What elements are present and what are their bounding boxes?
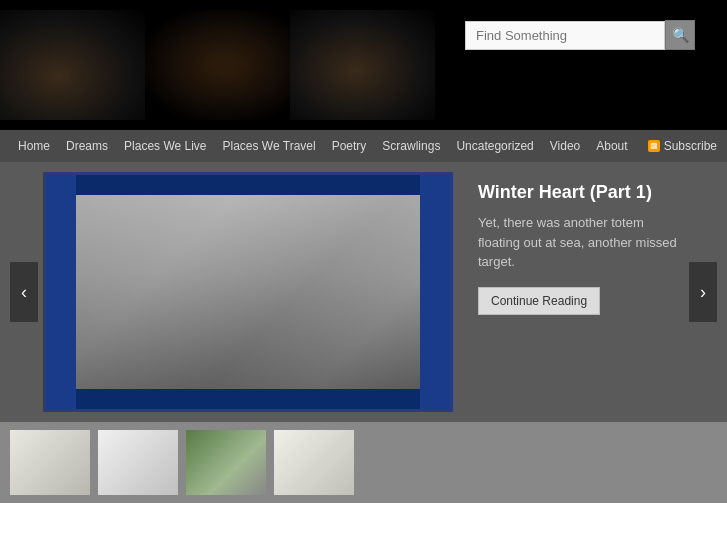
slide-image [43, 172, 453, 412]
slide-content: Winter Heart (Part 1) Yet, there was ano… [38, 172, 689, 412]
slide-next-button[interactable]: › [689, 262, 717, 322]
nav-item-about[interactable]: About [588, 130, 635, 162]
nav-item-places-we-live[interactable]: Places We Live [116, 130, 214, 162]
subscribe-label: Subscribe [664, 139, 717, 153]
search-area: 🔍 [465, 20, 695, 50]
header-image-2-inner [145, 10, 290, 120]
thumbnail-4[interactable] [274, 430, 354, 495]
header-image-1 [0, 10, 145, 120]
thumbnail-1[interactable] [10, 430, 90, 495]
nav-item-home[interactable]: Home [10, 130, 58, 162]
nav-item-poetry[interactable]: Poetry [324, 130, 375, 162]
slide-image-inner [76, 195, 420, 389]
header-image-2 [145, 10, 290, 120]
search-button[interactable]: 🔍 [665, 20, 695, 50]
nav-item-video[interactable]: Video [542, 130, 588, 162]
rss-icon: ▩ [648, 140, 660, 152]
slide-excerpt: Yet, there was another totem floating ou… [478, 213, 679, 272]
main-content: ‹ Winter Heart (Part 1) Yet, there was a… [0, 162, 727, 422]
continue-reading-button[interactable]: Continue Reading [478, 287, 600, 315]
navigation: Home Dreams Places We Live Places We Tra… [0, 130, 727, 162]
search-icon: 🔍 [672, 27, 689, 43]
slide-prev-button[interactable]: ‹ [10, 262, 38, 322]
search-input[interactable] [465, 21, 665, 50]
header-image-3 [290, 10, 435, 120]
nav-item-dreams[interactable]: Dreams [58, 130, 116, 162]
header-image-3-inner [290, 10, 435, 120]
thumbnail-3[interactable] [186, 430, 266, 495]
header: 🔍 [0, 0, 727, 130]
nav-item-uncategorized[interactable]: Uncategorized [448, 130, 541, 162]
header-image-1-inner [0, 10, 145, 120]
slideshow: ‹ Winter Heart (Part 1) Yet, there was a… [10, 172, 717, 412]
nav-item-scrawlings[interactable]: Scrawlings [374, 130, 448, 162]
subscribe-link[interactable]: ▩ Subscribe [648, 139, 717, 153]
nav-item-places-we-travel[interactable]: Places We Travel [215, 130, 324, 162]
header-images [0, 10, 435, 120]
slide-title: Winter Heart (Part 1) [478, 182, 679, 203]
thumbnails-strip [0, 422, 727, 503]
slide-text-area: Winter Heart (Part 1) Yet, there was ano… [473, 172, 684, 412]
thumbnail-2[interactable] [98, 430, 178, 495]
